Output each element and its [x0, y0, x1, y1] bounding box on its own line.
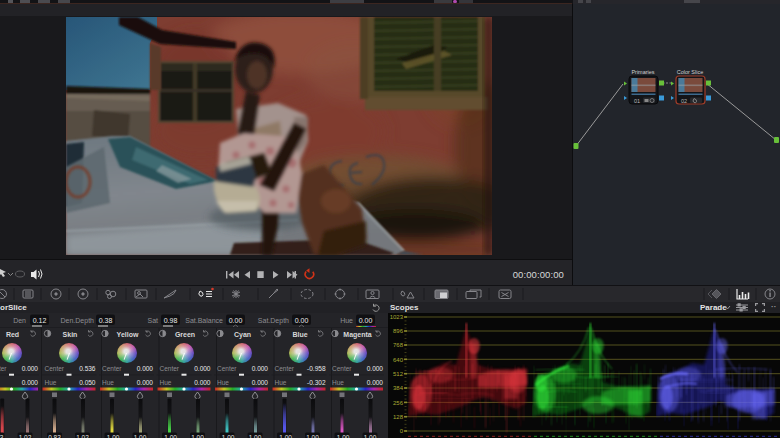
svg-text:00:00:00:00: 00:00:00:00	[513, 269, 564, 280]
svg-text:Skin: Skin	[63, 331, 78, 338]
svg-text:1.00: 1.00	[191, 434, 204, 438]
svg-text:1.00: 1.00	[249, 434, 262, 438]
svg-text:0.00: 0.00	[295, 317, 309, 324]
svg-text:Den: Den	[13, 317, 26, 324]
svg-text:0.83: 0.83	[48, 434, 61, 438]
svg-text:1023: 1023	[390, 314, 404, 320]
svg-text:Sat: Sat	[147, 317, 158, 324]
svg-text:-1.00: -1.00	[162, 434, 177, 438]
svg-text:256: 256	[393, 400, 404, 406]
svg-text:0.000: 0.000	[367, 379, 384, 386]
svg-text:0.000: 0.000	[22, 379, 39, 386]
svg-text:0.536: 0.536	[79, 365, 96, 372]
svg-text:Hue: Hue	[102, 379, 114, 386]
svg-text:Cyan: Cyan	[234, 331, 251, 339]
svg-text:512: 512	[393, 371, 404, 377]
svg-text:0.38: 0.38	[99, 317, 113, 324]
svg-text:0.000: 0.000	[194, 365, 211, 372]
svg-text:0.050: 0.050	[79, 379, 96, 386]
svg-text:896: 896	[393, 328, 404, 334]
svg-text:1.00: 1.00	[134, 434, 147, 438]
svg-text:Green: Green	[175, 331, 195, 338]
svg-text:Center: Center	[217, 365, 237, 372]
svg-text:Primaries: Primaries	[631, 69, 654, 75]
svg-text:Sat.Balance: Sat.Balance	[185, 317, 223, 324]
svg-text:02: 02	[681, 98, 687, 104]
svg-text:1.02: 1.02	[76, 434, 89, 438]
svg-text:Hue: Hue	[217, 379, 229, 386]
svg-text:-0.958: -0.958	[307, 365, 326, 372]
svg-text:01: 01	[634, 98, 640, 104]
svg-text:-1.00: -1.00	[105, 434, 120, 438]
svg-text:-1.00: -1.00	[277, 434, 292, 438]
svg-text:0.000: 0.000	[22, 365, 39, 372]
svg-text:1.00: 1.00	[306, 434, 319, 438]
svg-text:0.12: 0.12	[33, 317, 47, 324]
svg-text:Center: Center	[332, 365, 352, 372]
svg-text:0.000: 0.000	[367, 365, 384, 372]
svg-text:Hue: Hue	[332, 379, 344, 386]
svg-text:Den.Depth: Den.Depth	[61, 317, 95, 325]
svg-text:0.000: 0.000	[137, 379, 154, 386]
svg-text:640: 640	[393, 357, 404, 363]
svg-text:1.00: 1.00	[364, 434, 377, 438]
svg-text:-1.00: -1.00	[220, 434, 235, 438]
svg-text:Hue: Hue	[160, 379, 172, 386]
svg-text:128: 128	[393, 414, 404, 420]
svg-text:0.000: 0.000	[137, 365, 154, 372]
svg-text:Center: Center	[102, 365, 122, 372]
svg-text:Hue: Hue	[340, 317, 353, 324]
svg-text:0.00: 0.00	[359, 317, 373, 324]
svg-text:0: 0	[400, 428, 404, 434]
svg-text:0.000: 0.000	[194, 379, 211, 386]
svg-text:Hue: Hue	[45, 379, 57, 386]
svg-text:Hue: Hue	[275, 379, 287, 386]
svg-text:0.00: 0.00	[229, 317, 243, 324]
svg-text:Center: Center	[0, 365, 7, 372]
svg-text:0.000: 0.000	[252, 365, 269, 372]
svg-text:Center: Center	[275, 365, 295, 372]
svg-text:-0.302: -0.302	[307, 379, 326, 386]
svg-text:Sat.Depth: Sat.Depth	[258, 317, 289, 325]
svg-text:Blue: Blue	[292, 331, 307, 338]
svg-text:Color Slice: Color Slice	[677, 69, 704, 75]
svg-text:Red: Red	[6, 331, 19, 338]
svg-text:Center: Center	[45, 365, 65, 372]
svg-text:768: 768	[393, 342, 404, 348]
svg-text:384: 384	[393, 385, 404, 391]
svg-text:0.000: 0.000	[252, 379, 269, 386]
svg-text:1.02: 1.02	[19, 434, 32, 438]
svg-text:Center: Center	[160, 365, 180, 372]
svg-text:0.83: 0.83	[0, 434, 4, 438]
svg-text:0.98: 0.98	[164, 317, 178, 324]
svg-text:Magenta: Magenta	[343, 331, 372, 339]
svg-text:Yellow: Yellow	[117, 331, 139, 338]
svg-text:-1.00: -1.00	[335, 434, 350, 438]
